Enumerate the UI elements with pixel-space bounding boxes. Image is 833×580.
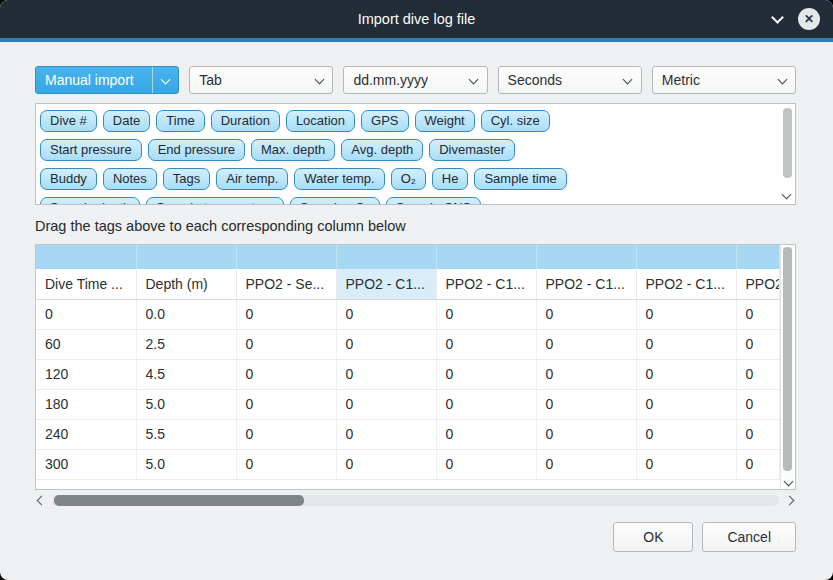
column-header[interactable]: PPO2 - C1... (636, 269, 736, 299)
cancel-button[interactable]: Cancel (702, 522, 796, 552)
table-cell: 240 (36, 419, 136, 449)
combo-units[interactable]: Metric (652, 66, 796, 94)
close-button[interactable]: ✕ (798, 8, 820, 30)
table-cell: 0 (636, 389, 736, 419)
tag-row: Dive #DateTimeDurationLocationGPSWeightC… (40, 106, 775, 135)
table-cell: 0 (536, 419, 636, 449)
chevron-down-icon (769, 67, 795, 93)
table-scroll-area: Dive Time ...Depth (m)PPO2 - Se...PPO2 -… (36, 245, 780, 489)
tag-dive[interactable]: Dive # (40, 110, 97, 132)
drop-target-row (36, 245, 780, 269)
combo-field-separator[interactable]: Tab (189, 66, 333, 94)
tag-date[interactable]: Date (103, 110, 150, 132)
scroll-down-icon[interactable] (782, 190, 792, 200)
table-cell: 0 (436, 329, 536, 359)
tag-rows: Dive #DateTimeDurationLocationGPSWeightC… (36, 104, 795, 205)
scroll-down-icon[interactable] (784, 477, 794, 487)
window-title: Import dive log file (358, 11, 476, 27)
column-header[interactable]: PPO2 (736, 269, 780, 299)
combo-import-type[interactable]: Manual import (35, 66, 179, 94)
column-drop-target[interactable] (236, 245, 336, 269)
tag-start-pressure[interactable]: Start pressure (40, 139, 142, 161)
table-row: 1204.5000000 (36, 359, 780, 389)
tag-notes[interactable]: Notes (103, 168, 157, 190)
scrollbar-handle[interactable] (783, 108, 792, 178)
tag-cyl-size[interactable]: Cyl. size (481, 110, 550, 132)
column-drop-target[interactable] (736, 245, 780, 269)
tag-row: BuddyNotesTagsAir temp.Water temp.O₂HeSa… (40, 164, 775, 193)
combo-value: Seconds (508, 72, 562, 88)
column-header[interactable]: Dive Time ... (36, 269, 136, 299)
tag-divemaster[interactable]: Divemaster (429, 139, 515, 161)
table-cell: 5.0 (136, 389, 236, 419)
table-cell: 0 (736, 359, 780, 389)
table-cell: 0 (36, 299, 136, 329)
column-header[interactable]: PPO2 - C1... (336, 269, 436, 299)
table-cell: 0 (236, 419, 336, 449)
tag-end-pressure[interactable]: End pressure (148, 139, 245, 161)
column-header[interactable]: PPO2 - C1... (436, 269, 536, 299)
chevron-down-icon (615, 67, 641, 93)
column-drop-target[interactable] (436, 245, 536, 269)
column-header-row: Dive Time ...Depth (m)PPO2 - Se...PPO2 -… (36, 269, 780, 299)
tag-gps[interactable]: GPS (361, 110, 408, 132)
tag-duration[interactable]: Duration (211, 110, 280, 132)
tag-weight[interactable]: Weight (415, 110, 475, 132)
scroll-left-icon[interactable] (37, 496, 47, 506)
table-cell: 5.5 (136, 419, 236, 449)
tag-max-depth[interactable]: Max. depth (251, 139, 335, 161)
column-drop-target[interactable] (636, 245, 736, 269)
tag-sample-depth[interactable]: Sample depth (40, 197, 140, 205)
column-drop-target[interactable] (136, 245, 236, 269)
table-cell: 0 (336, 449, 436, 479)
import-dive-log-dialog: Import dive log file ✕ Manual importTabd… (0, 0, 833, 580)
table-cell: 0 (736, 329, 780, 359)
scrollbar-handle[interactable] (783, 247, 792, 471)
table-cell: 180 (36, 389, 136, 419)
tag-tags[interactable]: Tags (163, 168, 210, 190)
table-cell: 0 (536, 449, 636, 479)
table-cell: 0 (736, 299, 780, 329)
combo-row: Manual importTabdd.mm.yyyySecondsMetric (35, 66, 796, 94)
tag-buddy[interactable]: Buddy (40, 168, 97, 190)
tag-avg-depth[interactable]: Avg. depth (341, 139, 423, 161)
column-header[interactable]: Depth (m) (136, 269, 236, 299)
tag-time[interactable]: Time (156, 110, 204, 132)
tag-sample-time[interactable]: Sample time (474, 168, 566, 190)
titlebar[interactable]: Import dive log file ✕ (0, 0, 833, 38)
tag-air-temp[interactable]: Air temp. (216, 168, 288, 190)
column-drop-target[interactable] (36, 245, 136, 269)
column-header[interactable]: PPO2 - Se... (236, 269, 336, 299)
scrollbar-handle[interactable] (54, 495, 304, 506)
tag-sample-cns[interactable]: Sample CNS (386, 197, 481, 205)
table-cell: 4.5 (136, 359, 236, 389)
table-cell: 5.0 (136, 449, 236, 479)
combo-duration-format[interactable]: Seconds (498, 66, 642, 94)
table-cell: 0 (436, 359, 536, 389)
combo-date-format[interactable]: dd.mm.yyyy (343, 66, 487, 94)
tag-he[interactable]: He (432, 168, 469, 190)
tag-water-temp[interactable]: Water temp. (294, 168, 384, 190)
ok-button[interactable]: OK (613, 522, 693, 552)
preview-table: Dive Time ...Depth (m)PPO2 - Se...PPO2 -… (36, 245, 780, 480)
tag-location[interactable]: Location (286, 110, 355, 132)
tag-sample-temperature[interactable]: Sample temperature (146, 197, 284, 205)
column-header[interactable]: PPO2 - C1... (536, 269, 636, 299)
tag-o[interactable]: O₂ (391, 168, 426, 190)
tag-panel-scrollbar[interactable] (780, 106, 793, 202)
table-horizontal-scrollbar[interactable] (35, 493, 796, 508)
table-cell: 0 (236, 329, 336, 359)
tag-sample-po[interactable]: Sample pO₂ (290, 197, 380, 205)
table-cell: 0 (636, 449, 736, 479)
table-cell: 2.5 (136, 329, 236, 359)
chevron-down-icon[interactable] (773, 16, 782, 22)
table-vertical-scrollbar[interactable] (780, 245, 795, 489)
table-cell: 0 (336, 329, 436, 359)
chevron-down-icon (152, 67, 178, 93)
column-drop-target[interactable] (336, 245, 436, 269)
tag-row: Sample depthSample temperatureSample pO₂… (40, 193, 775, 205)
scroll-right-icon[interactable] (785, 496, 795, 506)
chevron-down-icon (306, 67, 332, 93)
column-drop-target[interactable] (536, 245, 636, 269)
table-row: 602.5000000 (36, 329, 780, 359)
